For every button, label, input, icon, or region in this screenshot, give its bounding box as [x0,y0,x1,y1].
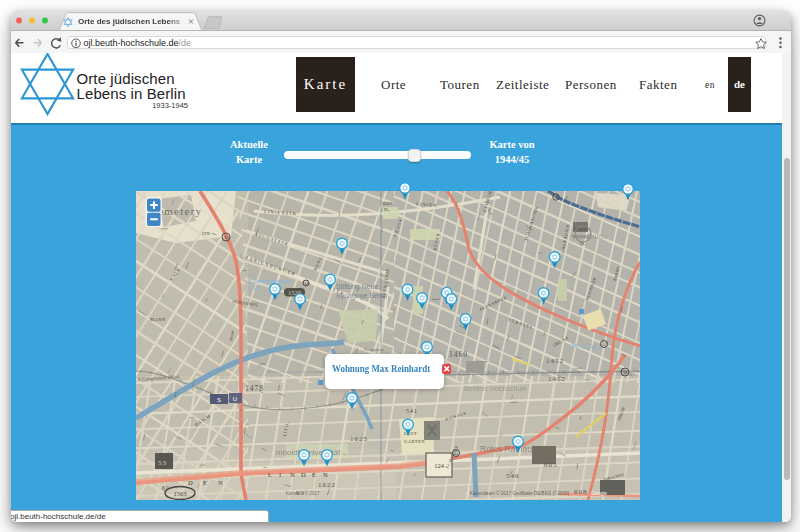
svg-text:PL.: PL. [384,207,390,212]
svg-text:STR: STR [202,231,210,236]
svg-text:Volksbühne: Volksbühne [572,233,608,240]
svg-text:Stiftung Neue: Stiftung Neue [336,283,379,291]
svg-text:U: U [623,370,626,375]
svg-text:S: S [217,397,221,403]
svg-text:U: U [454,451,457,456]
svg-text:U: U [304,281,307,286]
svg-text:1625: 1625 [350,435,368,443]
svg-text:U: U [224,235,227,240]
svg-text:1622: 1622 [318,481,336,489]
svg-text:LUST: LUST [404,431,417,436]
svg-text:Pergamon: Pergamon [364,347,385,352]
svg-text:D: D [301,471,306,478]
svg-text:Str...: Str... [252,285,265,291]
svg-text:Kartendaten © 2017 GeoBasis-DE: Kartendaten © 2017 GeoBasis-DE/BKG (©200… [470,490,570,496]
svg-text:N: N [218,479,223,486]
svg-text:608: 608 [574,488,588,496]
svg-text:I: I [279,471,281,478]
svg-text:5 Oranienburger: 5 Oranienburger [248,278,292,284]
svg-text:E: E [203,479,207,486]
svg-text:1452: 1452 [548,375,566,383]
svg-text:N: N [290,471,295,478]
svg-text:Google: Google [591,490,607,496]
svg-text:U: U [554,195,557,200]
svg-text:L: L [268,471,272,478]
svg-text:U: U [602,342,605,347]
svg-text:53: 53 [158,459,167,467]
svg-text:MANN: MANN [150,317,166,322]
svg-text:Pl. d. Ju...: Pl. d. Ju... [572,343,601,350]
svg-text:1478: 1478 [245,384,264,393]
svg-text:Berliner Hochschule: Berliner Hochschule [464,385,527,392]
svg-text:GARTEN: GARTEN [404,439,425,444]
svg-text:Karten... © 2017: Karten... © 2017 [286,490,320,496]
svg-text:605: 605 [544,461,558,469]
svg-text:541: 541 [406,408,418,414]
svg-text:Synagoge Berlin: Synagoge Berlin [336,292,387,300]
svg-text:1460: 1460 [449,350,468,359]
svg-text:1563: 1563 [174,490,187,497]
svg-text:1452: 1452 [546,357,564,365]
svg-text:D: D [188,479,193,486]
svg-text:546: 546 [506,472,520,480]
svg-text:KOPP.: KOPP. [382,201,393,206]
svg-text:124: 124 [434,462,445,469]
svg-text:E: E [312,471,316,478]
svg-text:Rotes Rathaus: Rotes Rathaus [480,444,536,454]
svg-text:N: N [323,471,328,478]
svg-text:U: U [233,396,237,402]
